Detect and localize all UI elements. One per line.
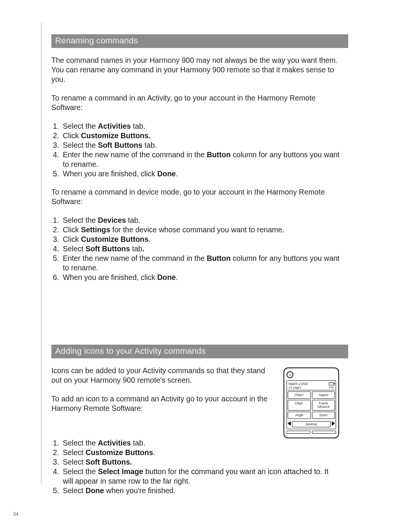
text: Click xyxy=(63,235,81,243)
text-bold: Soft Buttons xyxy=(86,244,130,253)
physical-button xyxy=(312,431,336,434)
screen-grid-row: Chptr+ Aspect Chptr- Frame Advance Angle… xyxy=(288,391,335,419)
section-header-adding-icons: Adding icons to your Activity commands xyxy=(51,345,348,358)
text-bold: Devices xyxy=(98,216,126,224)
screen-subbar: 1/2 pages 4:51 xyxy=(288,386,335,390)
text: . xyxy=(148,235,150,243)
list-item: Click Settings for the device whose comm… xyxy=(51,225,341,235)
text: When you are finished, click xyxy=(63,273,157,281)
text-bold: Soft Buttons xyxy=(98,141,142,149)
list-item: Click Customize Buttons. xyxy=(51,131,341,141)
text-bold: Activities xyxy=(98,122,131,130)
chevron-left-icon xyxy=(288,421,291,426)
paragraph: Icons can be added to your Activity comm… xyxy=(51,366,274,385)
soft-button: Angle xyxy=(288,412,311,419)
text: . xyxy=(176,169,178,178)
remote-screen: Watch a DVD 1/2 pages 4:51 Chptr+ Asp xyxy=(287,380,336,429)
text: When you are finished, click xyxy=(63,169,157,178)
ordered-list-add-icons: Select the Activities tab. Select Custom… xyxy=(51,438,341,495)
soft-buttons-grid: Chptr+ Aspect Chptr- Frame Advance Angle… xyxy=(288,391,335,419)
text: tab. xyxy=(142,141,157,149)
paragraph: To add an icon to a command an Activity … xyxy=(51,394,274,413)
text-bold: Select Image xyxy=(98,467,143,476)
paragraph: To rename a command in device mode, go t… xyxy=(51,187,341,206)
text-bold: Customize Buttons xyxy=(81,235,149,243)
text: tab. xyxy=(126,216,140,224)
paragraph: To rename a command in an Activity, go t… xyxy=(51,93,341,112)
text-bold: Button xyxy=(207,150,231,159)
text: Select xyxy=(63,486,86,495)
list-item: Enter the new name of the command in the… xyxy=(51,254,341,273)
section-header-renaming: Renaming commands xyxy=(51,34,348,48)
text-bold: Button xyxy=(207,254,231,262)
list-item: Select Done when you're finished. xyxy=(51,486,341,495)
text: Select xyxy=(63,448,86,457)
soft-button: Aspect xyxy=(312,391,335,399)
text: Click xyxy=(63,131,81,140)
text: Enter the new name of the command in the xyxy=(63,254,207,262)
list-item: Select the Soft Buttons tab. xyxy=(51,141,341,150)
list-item: Select Soft Buttons tab. xyxy=(51,244,341,254)
vertical-divider xyxy=(41,23,41,484)
home-icon: ◎ xyxy=(287,371,293,378)
text-bold: Settings xyxy=(81,225,110,234)
text-bold: Customize Buttons. xyxy=(81,131,151,140)
right-column: ◎ Watch a DVD 1/2 pages 4:51 xyxy=(284,366,341,438)
text-bold: . xyxy=(142,244,144,253)
page-number: 34 xyxy=(13,511,18,517)
manual-page: Renaming commands The command names in y… xyxy=(0,0,411,532)
physical-button xyxy=(287,431,311,434)
text: when you're finished. xyxy=(104,486,175,495)
physical-buttons-row xyxy=(287,431,336,434)
battery-icon xyxy=(329,382,334,385)
chevron-right-icon xyxy=(332,421,335,426)
text: . xyxy=(176,273,178,281)
two-column-layout: Icons can be added to your Activity comm… xyxy=(51,366,341,438)
screen-titlebar: Watch a DVD xyxy=(288,382,335,386)
remote-illustration: ◎ Watch a DVD 1/2 pages 4:51 xyxy=(284,367,339,438)
text: Select the xyxy=(63,122,98,130)
ordered-list-device-rename: Select the Devices tab. Click Settings f… xyxy=(51,216,341,282)
text: Select xyxy=(63,458,86,466)
text: Select the xyxy=(63,439,98,447)
text: tab. xyxy=(131,122,145,130)
list-item: Click Customize Buttons. xyxy=(51,235,341,244)
screen-time: 4:51 xyxy=(328,386,334,389)
list-item: Select the Activities tab. xyxy=(51,121,341,131)
list-item: Select the Activities tab. xyxy=(51,438,341,448)
spacer xyxy=(51,291,341,345)
left-column: Icons can be added to your Activity comm… xyxy=(51,366,274,422)
text: Select the xyxy=(63,467,98,476)
paragraph: The command names in your Harmony 900 ma… xyxy=(51,56,341,84)
text: Select the xyxy=(63,216,98,224)
text-bold: Done xyxy=(157,273,176,281)
text: tab xyxy=(130,244,143,253)
ordered-list-activity-rename: Select the Activities tab. Click Customi… xyxy=(51,121,341,179)
list-item: Enter the new name of the command in the… xyxy=(51,150,341,169)
text: for the device whose command you want to… xyxy=(110,225,284,234)
text-bold: Activities xyxy=(98,439,131,447)
soft-button: Chptr- xyxy=(288,400,311,411)
text: Select xyxy=(63,244,86,253)
devices-button: Devices xyxy=(292,421,331,427)
list-item: When you are finished, click Done. xyxy=(51,273,341,282)
list-item: Select Soft Buttons. xyxy=(51,457,341,467)
text-bold: Done xyxy=(86,486,104,495)
screen-title: Watch a DVD xyxy=(288,382,308,386)
screen-pages: 1/2 pages xyxy=(288,386,301,389)
text: . xyxy=(153,448,155,457)
soft-button: Frame Advance xyxy=(312,400,335,411)
text: Select the xyxy=(63,141,98,149)
list-item: Select the Devices tab. xyxy=(51,216,341,225)
soft-button: Chptr+ xyxy=(288,391,311,399)
text: Click xyxy=(63,225,81,234)
list-item: When you are finished, click Done. xyxy=(51,169,341,179)
text: tab. xyxy=(131,439,145,447)
list-item: Select the Select Image button for the c… xyxy=(51,467,341,486)
text-bold: Customize Buttons xyxy=(86,448,153,457)
text-bold: Soft Buttons. xyxy=(86,458,132,466)
list-item: Select Customize Buttons. xyxy=(51,448,341,457)
soft-button: Zoom xyxy=(312,412,335,419)
text-bold: Done xyxy=(157,169,176,178)
text: Enter the new name of the command in the xyxy=(63,150,207,159)
